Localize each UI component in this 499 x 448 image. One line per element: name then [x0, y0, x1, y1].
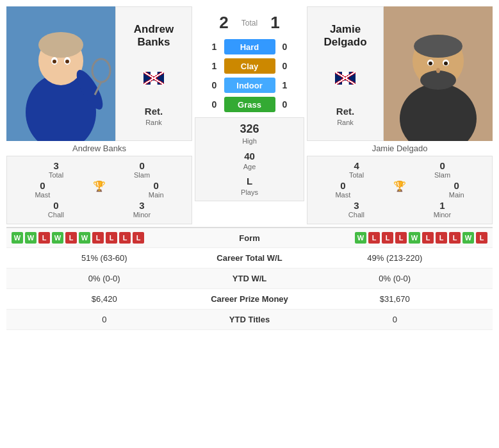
- left-total-cell: 3 Total: [49, 160, 63, 179]
- right-player-name-small: Jamie Delgado: [307, 141, 493, 156]
- right-trophy: 🏆: [393, 180, 406, 199]
- form-badge-left: L: [133, 232, 144, 244]
- right-main-cell: 0 Main: [449, 180, 464, 199]
- right-stats-row-2: 0 Mast 🏆 0 Main: [314, 180, 486, 199]
- form-badge-left: W: [52, 232, 63, 244]
- form-badge-right: W: [409, 232, 420, 244]
- right-minor-cell: 1 Minor: [434, 200, 452, 219]
- stats-row-2: $6,420 Career Prize Money $31,670: [6, 289, 493, 310]
- stat-label-3: YTD Titles: [192, 315, 307, 324]
- center-left-stats: 326 High 40 Age L Plays: [195, 117, 304, 201]
- left-player-bottom: 3 Total 0 Slam 0 Mast 🏆: [6, 156, 192, 224]
- left-rank: Ret. Rank: [145, 105, 163, 127]
- left-stats-panel: Andrew Banks Ret. Rank: [115, 6, 192, 141]
- right-total-cell: 4 Total: [349, 160, 364, 179]
- stat-label-0: Career Total W/L: [192, 253, 307, 263]
- stat-right-2: $31,670: [307, 294, 483, 304]
- form-badge-left: L: [38, 232, 50, 244]
- left-player-section: Andrew Banks Ret. Rank Andrew Banks 3: [6, 6, 192, 224]
- right-player-section: Jamie Delgado Ret. Rank: [307, 6, 493, 224]
- right-player-name-header: Jamie Delgado: [311, 21, 379, 52]
- form-badges-right: WLLLWLLLWL: [291, 232, 488, 244]
- svg-point-16: [420, 71, 456, 90]
- svg-point-15: [414, 35, 462, 58]
- form-badge-right: L: [476, 232, 487, 244]
- form-badges-left: WWLWLWLLLL: [12, 232, 209, 244]
- svg-point-6: [53, 60, 56, 63]
- left-stats-row-3: 0 Chall 3 Minor: [13, 200, 185, 219]
- form-row: WWLWLWLLLL Form WLLLWLLLWL: [6, 228, 493, 248]
- left-stats-row-2: 0 Mast 🏆 0 Main: [13, 180, 185, 199]
- right-stats-row-1: 4 Total 0 Slam: [314, 160, 486, 179]
- right-stats-panel: Jamie Delgado Ret. Rank: [307, 6, 384, 141]
- stats-row-1: 0% (0-0) YTD W/L 0% (0-0): [6, 269, 493, 289]
- svg-point-7: [65, 60, 69, 63]
- svg-point-19: [429, 62, 432, 65]
- stat-right-3: 0: [307, 315, 483, 324]
- form-badge-left: W: [12, 232, 23, 244]
- center-panel: 2 Total 1 1 Hard 0 1 Clay 0 0 Indo: [192, 6, 307, 224]
- center-high-left: 326 High: [240, 122, 259, 146]
- clay-badge[interactable]: Clay: [224, 58, 275, 74]
- surface-row-hard: 1 Hard 0: [195, 39, 304, 54]
- right-rank: Ret. Rank: [336, 105, 354, 127]
- form-badge-left: L: [65, 232, 77, 244]
- stat-left-3: 0: [17, 315, 192, 324]
- stats-rows-container: 51% (63-60) Career Total W/L 49% (213-22…: [6, 248, 493, 330]
- match-total-row: 2 Total 1: [195, 6, 304, 37]
- form-badge-left: L: [119, 232, 131, 244]
- right-mast-cell: 0 Mast: [335, 180, 350, 199]
- form-badge-right: W: [462, 232, 474, 244]
- grass-left-score: 0: [209, 99, 220, 110]
- stat-right-0: 49% (213-220): [307, 253, 483, 263]
- surface-rows: 1 Hard 0 1 Clay 0 0 Indoor 1 0 Grass: [195, 37, 304, 115]
- left-player-top: Andrew Banks Ret. Rank: [6, 6, 192, 141]
- hard-right-score: 0: [279, 42, 291, 52]
- stat-left-2: $6,420: [17, 294, 192, 304]
- form-badge-right: L: [422, 232, 434, 244]
- form-badge-right: L: [436, 232, 447, 244]
- svg-point-20: [444, 62, 448, 65]
- total-label: Total: [241, 19, 258, 28]
- clay-left-score: 1: [209, 61, 220, 71]
- form-badge-right: L: [368, 232, 380, 244]
- indoor-right-score: 1: [279, 80, 291, 90]
- top-section: Andrew Banks Ret. Rank Andrew Banks 3: [6, 6, 493, 224]
- right-player-top: Jamie Delgado Ret. Rank: [307, 6, 493, 141]
- stat-left-1: 0% (0-0): [17, 274, 192, 283]
- main-container: Andrew Banks Ret. Rank Andrew Banks 3: [0, 0, 499, 336]
- left-minor-cell: 3 Minor: [133, 200, 151, 219]
- left-player-photo: [6, 6, 115, 141]
- left-slam-cell: 0 Slam: [134, 160, 150, 179]
- grass-badge[interactable]: Grass: [224, 97, 275, 112]
- left-player-name-header: Andrew Banks: [120, 21, 188, 52]
- indoor-badge[interactable]: Indoor: [224, 78, 275, 93]
- right-stats-row-3: 3 Chall 1 Minor: [314, 200, 486, 219]
- stat-label-2: Career Prize Money: [192, 294, 307, 304]
- stats-row-3: 0 YTD Titles 0: [6, 310, 493, 330]
- form-badge-right: L: [395, 232, 407, 244]
- stats-row-0: 51% (63-60) Career Total W/L 49% (213-22…: [6, 248, 493, 269]
- right-chall-cell: 3 Chall: [348, 200, 364, 219]
- form-badge-left: W: [79, 232, 90, 244]
- stat-right-1: 0% (0-0): [307, 274, 483, 283]
- grass-right-score: 0: [279, 99, 291, 110]
- indoor-left-score: 0: [209, 80, 220, 90]
- right-total-score: 1: [270, 13, 279, 33]
- bottom-section: WWLWLWLLLL Form WLLLWLLLWL 51% (63-60) C…: [6, 227, 493, 330]
- center-plays-left: L Plays: [241, 175, 258, 197]
- form-badge-left: W: [25, 232, 37, 244]
- hard-badge[interactable]: Hard: [224, 39, 275, 54]
- form-label: Form: [211, 233, 288, 243]
- left-chall-cell: 0 Chall: [48, 200, 64, 219]
- svg-point-3: [38, 32, 83, 58]
- form-badge-right: L: [382, 232, 393, 244]
- right-player-photo: [384, 6, 493, 141]
- left-player-name-small: Andrew Banks: [6, 141, 192, 156]
- surface-row-indoor: 0 Indoor 1: [195, 78, 304, 93]
- surface-row-clay: 1 Clay 0: [195, 58, 304, 74]
- form-badge-left: L: [92, 232, 104, 244]
- surface-row-grass: 0 Grass 0: [195, 97, 304, 112]
- form-badge-left: L: [106, 232, 117, 244]
- hard-left-score: 1: [209, 42, 220, 52]
